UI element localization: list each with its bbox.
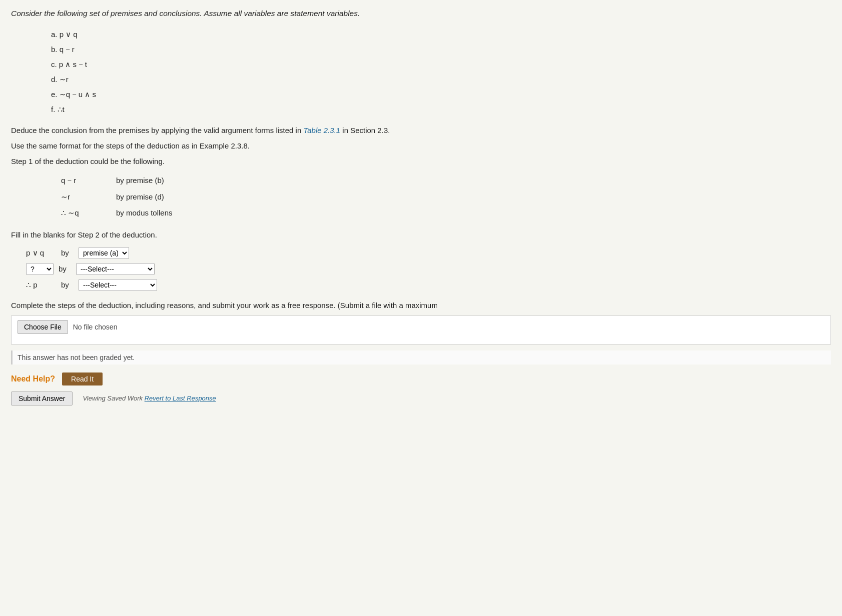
need-help-section: Need Help? Read It xyxy=(11,372,831,386)
step1-row-2: ∼r by premise (d) xyxy=(61,189,831,206)
premise-f: f. ∴t xyxy=(51,102,831,117)
step2-dropdown-2[interactable]: ---Select--- premise (a) premise (b) pre… xyxy=(76,263,155,275)
premises-list: a. p ∨ q b. q − r c. p ∧ s − t d. ∼r e. … xyxy=(51,27,831,117)
choose-file-button[interactable]: Choose File xyxy=(18,320,68,334)
viewing-saved-text: Viewing Saved Work Revert to Last Respon… xyxy=(83,394,216,402)
premise-b: b. q − r xyxy=(51,42,831,57)
step1-row-1: q − r by premise (b) xyxy=(61,172,831,189)
intro-text: Consider the following set of premises a… xyxy=(11,9,831,18)
graded-note: This answer has not been graded yet. xyxy=(11,350,831,364)
step1-block: q − r by premise (b) ∼r by premise (d) ∴… xyxy=(61,172,831,222)
read-it-button[interactable]: Read It xyxy=(62,372,103,386)
premise-c: c. p ∧ s − t xyxy=(51,57,831,72)
step2-expr-3: ∴ p xyxy=(26,280,56,290)
page-container: Consider the following set of premises a… xyxy=(0,0,842,616)
need-help-label: Need Help? xyxy=(11,374,55,384)
step2-by-label-1: by xyxy=(61,248,74,257)
footer-row: Submit Answer Viewing Saved Work Revert … xyxy=(11,392,831,406)
deduce-text: Deduce the conclusion from the premises … xyxy=(11,126,831,134)
step1-by-2: by premise (d) xyxy=(116,189,164,206)
step1-title: Step 1 of the deduction could be the fol… xyxy=(11,157,831,166)
step1-by-1: by premise (b) xyxy=(116,172,164,189)
fill-text: Fill in the blanks for Step 2 of the ded… xyxy=(11,230,831,239)
premise-d: d. ∼r xyxy=(51,72,831,87)
file-border-container: Choose File No file chosen xyxy=(11,316,831,344)
use-text: Use the same format for the steps of the… xyxy=(11,142,831,150)
no-file-text: No file chosen xyxy=(73,323,118,331)
step2-row-2: ? ∼q p ∼p by ---Select--- premise (a) pr… xyxy=(26,263,831,275)
step2-expr-select[interactable]: ? ∼q p ∼p xyxy=(26,263,54,275)
premise-a: a. p ∨ q xyxy=(51,27,831,42)
table-link[interactable]: Table 2.3.1 xyxy=(303,126,340,134)
conclusion-text: Complete the steps of the deduction, inc… xyxy=(11,301,831,310)
step1-expr-1: q − r xyxy=(61,172,101,189)
step1-expr-2: ∼r xyxy=(61,189,101,206)
file-section: Choose File No file chosen xyxy=(18,320,117,334)
step2-dropdown-1[interactable]: premise (a) premise (b) premise (c) prem… xyxy=(79,247,129,259)
step2-expr-1: p ∨ q xyxy=(26,248,56,258)
step2-by-label-3: by xyxy=(61,280,74,289)
submit-answer-button[interactable]: Submit Answer xyxy=(11,392,73,406)
premise-e: e. ∼q − u ∧ s xyxy=(51,87,831,102)
step2-row-1: p ∨ q by premise (a) premise (b) premise… xyxy=(26,247,831,259)
step2-by-label-2: by xyxy=(59,264,71,273)
step2-block: p ∨ q by premise (a) premise (b) premise… xyxy=(26,247,831,291)
step2-dropdown-3[interactable]: ---Select--- premise (a) premise (b) pre… xyxy=(79,279,157,291)
step1-row-3: ∴ ∼q by modus tollens xyxy=(61,205,831,222)
step2-row-3: ∴ p by ---Select--- premise (a) premise … xyxy=(26,279,831,291)
step1-expr-3: ∴ ∼q xyxy=(61,205,101,222)
revert-link[interactable]: Revert to Last Response xyxy=(145,394,216,402)
step1-by-3: by modus tollens xyxy=(116,205,173,222)
